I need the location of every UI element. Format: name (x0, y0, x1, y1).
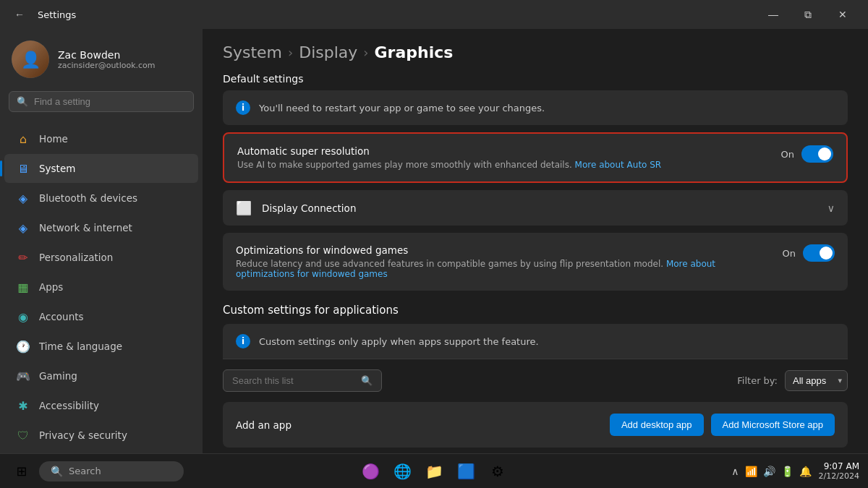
wifi-icon[interactable]: 📶 (745, 466, 757, 477)
notification-icon[interactable]: 🔔 (799, 466, 812, 477)
sidebar-search-box[interactable]: 🔍 (9, 91, 194, 112)
auto-sr-toggle[interactable] (801, 145, 833, 163)
gaming-icon: 🎮 (16, 369, 30, 383)
sidebar-item-gaming[interactable]: 🎮 Gaming (4, 361, 198, 390)
opt-title: Optimizations for windowed games (236, 244, 768, 256)
custom-settings-title: Custom settings for applications (223, 304, 848, 317)
breadcrumb-graphics: Graphics (375, 43, 454, 61)
filter-row: Filter by: All apps ▾ (737, 370, 848, 391)
display-connection-label: Display Connection (262, 202, 356, 214)
display-connection-row[interactable]: ⬜ Display Connection ∨ (223, 190, 848, 226)
sidebar-search-icon: 🔍 (17, 96, 28, 107)
sidebar-item-system[interactable]: 🖥 System (4, 154, 198, 183)
apps-icon: ▦ (16, 280, 30, 294)
user-name: Zac Bowden (58, 49, 156, 61)
window-title: Settings (38, 9, 76, 20)
taskbar-app-folder[interactable]: 📁 (420, 457, 448, 486)
display-connection-chevron: ∨ (827, 202, 835, 214)
accounts-icon: ◉ (16, 309, 30, 324)
breadcrumb-sep-2: › (363, 45, 368, 60)
minimize-button[interactable]: — (757, 3, 790, 26)
taskbar-app-settings[interactable]: ⚙ (483, 457, 512, 486)
maximize-button[interactable]: ⧉ (791, 3, 825, 26)
start-button[interactable]: ⊞ (9, 458, 35, 484)
sidebar-item-bluetooth[interactable]: ◈ Bluetooth & devices (4, 184, 198, 213)
sidebar-item-label: Bluetooth & devices (39, 192, 137, 204)
app-body: 👤 Zac Bowden zacinsider@outlook.com 🔍 ⌂ … (0, 29, 868, 453)
personalization-icon: ✏ (16, 250, 30, 265)
time-icon: 🕐 (16, 339, 30, 354)
privacy-icon: 🛡 (16, 428, 30, 442)
sidebar: 👤 Zac Bowden zacinsider@outlook.com 🔍 ⌂ … (0, 29, 203, 453)
home-icon: ⌂ (16, 132, 30, 146)
auto-sr-link[interactable]: More about Auto SR (575, 160, 662, 170)
clock-date: 2/12/2024 (819, 471, 859, 481)
filter-wrapper: All apps ▾ (785, 370, 848, 391)
sidebar-item-network[interactable]: ◈ Network & internet (4, 213, 198, 242)
taskbar-app-edge[interactable]: 🌐 (388, 457, 417, 486)
battery-icon[interactable]: 🔋 (781, 466, 793, 477)
sidebar-item-label: Network & internet (39, 222, 132, 234)
taskbar-app-colorful[interactable]: 🟣 (356, 457, 385, 486)
info-icon: i (236, 100, 250, 115)
main-content: System › Display › Graphics Default sett… (203, 29, 868, 453)
filter-select[interactable]: All apps (785, 370, 848, 391)
opt-desc: Reduce latency and use advanced features… (236, 259, 768, 279)
sidebar-item-accessibility[interactable]: ✱ Accessibility (4, 391, 198, 420)
add-desktop-app-button[interactable]: Add desktop app (610, 414, 704, 436)
sidebar-search-input[interactable] (34, 96, 186, 107)
bluetooth-icon: ◈ (16, 191, 30, 205)
app-search-row: 🔍 Filter by: All apps ▾ (223, 359, 848, 402)
breadcrumb-system[interactable]: System (223, 43, 282, 61)
taskbar-search-icon: 🔍 (51, 466, 63, 477)
close-button[interactable]: ✕ (826, 3, 859, 26)
sidebar-item-label: Home (39, 133, 68, 145)
display-connection-left: ⬜ Display Connection (236, 200, 356, 215)
custom-settings-notice: i Custom settings only apply when apps s… (223, 324, 848, 359)
app-search-box[interactable]: 🔍 (223, 369, 382, 392)
system-tray: ∧ 📶 🔊 🔋 🔔 (731, 466, 811, 477)
sidebar-item-label: System (39, 163, 75, 174)
clock[interactable]: 9:07 AM 2/12/2024 (819, 461, 859, 481)
sidebar-item-label: Apps (39, 281, 63, 293)
opt-toggle-area: On (768, 244, 835, 262)
user-email: zacinsider@outlook.com (58, 61, 156, 70)
back-button[interactable]: ← (9, 6, 30, 23)
sidebar-item-time[interactable]: 🕐 Time & language (4, 332, 198, 361)
sidebar-nav: ⌂ Home 🖥 System ◈ Bluetooth & devices ◈ … (0, 121, 203, 453)
taskbar-search-box[interactable]: 🔍 Search (39, 461, 184, 481)
taskbar-search-label: Search (69, 466, 101, 476)
volume-icon[interactable]: 🔊 (763, 466, 775, 477)
sidebar-item-update[interactable]: ⟳ Windows Update (4, 450, 198, 453)
add-store-app-button[interactable]: Add Microsoft Store app (711, 414, 835, 436)
taskbar-app-store[interactable]: 🟦 (451, 457, 480, 486)
sidebar-item-personalization[interactable]: ✏ Personalization (4, 243, 198, 272)
sidebar-item-label: Privacy & security (39, 429, 127, 441)
app-search-input[interactable] (232, 375, 355, 386)
sidebar-item-apps[interactable]: ▦ Apps (4, 273, 198, 301)
system-icon: 🖥 (16, 161, 30, 176)
restart-notice-text: You'll need to restart your app or game … (259, 103, 545, 114)
auto-sr-info: Automatic super resolution Use AI to mak… (237, 145, 767, 170)
restart-notice: i You'll need to restart your app or gam… (223, 90, 848, 125)
breadcrumb: System › Display › Graphics (223, 43, 848, 61)
opt-toggle[interactable] (803, 244, 835, 262)
auto-sr-card: Automatic super resolution Use AI to mak… (223, 132, 848, 183)
network-icon: ◈ (16, 221, 30, 235)
sidebar-item-privacy[interactable]: 🛡 Privacy & security (4, 421, 198, 450)
taskbar-right: ∧ 📶 🔊 🔋 🔔 9:07 AM 2/12/2024 (731, 461, 859, 481)
sidebar-item-accounts[interactable]: ◉ Accounts (4, 302, 198, 331)
opt-info: Optimizations for windowed games Reduce … (236, 244, 768, 279)
user-info: Zac Bowden zacinsider@outlook.com (58, 49, 156, 70)
sidebar-item-home[interactable]: ⌂ Home (4, 124, 198, 153)
sidebar-item-label: Accessibility (39, 400, 99, 411)
title-bar-controls: — ⧉ ✕ (757, 3, 859, 26)
filter-label: Filter by: (737, 375, 778, 386)
breadcrumb-display[interactable]: Display (299, 43, 357, 61)
default-settings-title: Default settings (223, 73, 848, 85)
chevron-up-icon[interactable]: ∧ (731, 466, 739, 477)
add-app-label: Add an app (236, 419, 292, 431)
sidebar-item-label: Time & language (39, 341, 122, 352)
auto-sr-toggle-area: On (767, 145, 833, 163)
display-connection-card: ⬜ Display Connection ∨ (223, 190, 848, 226)
